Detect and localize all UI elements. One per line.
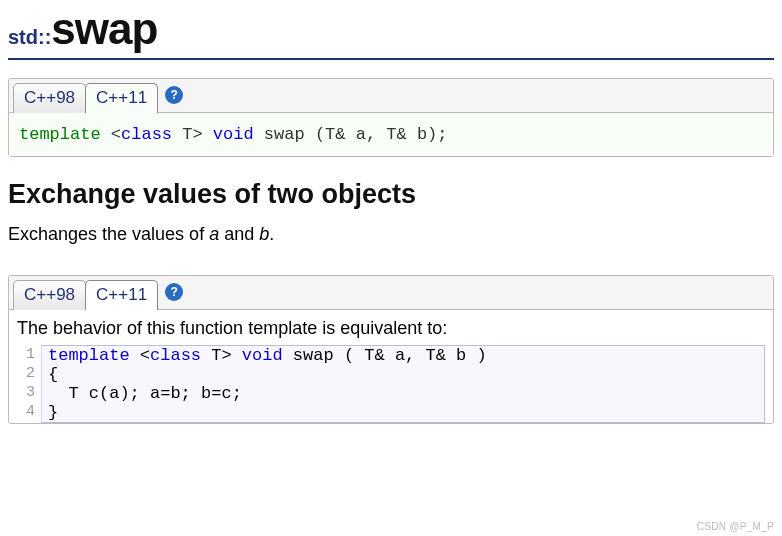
code-token: void (213, 125, 254, 144)
description-paragraph: Exchanges the values of a and b. (8, 224, 774, 245)
desc-a: a (209, 224, 219, 244)
tab-cpp11[interactable]: C++11 (85, 83, 158, 113)
desc-prefix: Exchanges the values of (8, 224, 209, 244)
code-token: swap ( T& a, T& b ) (283, 346, 487, 365)
behavior-body: The behavior of this function template i… (9, 310, 773, 423)
code-text: template <class T> void swap ( T& a, T& … (42, 346, 493, 365)
line-number: 1 (18, 346, 42, 365)
code-line: 4} (42, 403, 764, 422)
code-token: { (48, 365, 58, 384)
code-line: 1template <class T> void swap ( T& a, T&… (42, 346, 764, 365)
equivalent-code-block: 1template <class T> void swap ( T& a, T&… (41, 345, 765, 423)
desc-suffix: . (269, 224, 274, 244)
title-name: swap (51, 4, 157, 53)
code-token: class (150, 346, 201, 365)
code-token: class (121, 125, 172, 144)
tab-cpp98[interactable]: C++98 (13, 83, 86, 113)
line-number: 2 (18, 365, 42, 384)
declaration-block: C++98 C++11 ? template <class T> void sw… (8, 78, 774, 157)
code-token: < (101, 125, 121, 144)
behavior-intro: The behavior of this function template i… (17, 318, 765, 339)
tab-cpp98[interactable]: C++98 (13, 280, 86, 310)
code-token: void (242, 346, 283, 365)
behavior-block: C++98 C++11 ? The behavior of this funct… (8, 275, 774, 424)
code-text: } (42, 403, 64, 422)
section-heading: Exchange values of two objects (8, 179, 774, 210)
code-token: swap (T& a, T& b); (254, 125, 448, 144)
help-icon[interactable]: ? (165, 86, 183, 104)
code-token: } (48, 403, 58, 422)
tab-cpp11[interactable]: C++11 (85, 280, 158, 310)
code-line: 2{ (42, 365, 764, 384)
code-token: T c(a); a=b; b=c; (48, 384, 242, 403)
code-line: 3 T c(a); a=b; b=c; (42, 384, 764, 403)
code-token: template (48, 346, 130, 365)
code-token: < (130, 346, 150, 365)
desc-mid: and (219, 224, 259, 244)
declaration-code: template <class T> void swap (T& a, T& b… (9, 113, 773, 156)
page-title-row: std::swap (8, 4, 774, 60)
tab-strip: C++98 C++11 ? (9, 276, 773, 310)
code-token: T> (201, 346, 242, 365)
tab-strip: C++98 C++11 ? (9, 79, 773, 113)
code-text: T c(a); a=b; b=c; (42, 384, 248, 403)
desc-b: b (259, 224, 269, 244)
code-text: { (42, 365, 64, 384)
title-namespace: std:: (8, 26, 51, 48)
help-icon[interactable]: ? (165, 283, 183, 301)
line-number: 4 (18, 403, 42, 422)
code-token: template (19, 125, 101, 144)
code-token: T> (172, 125, 213, 144)
line-number: 3 (18, 384, 42, 403)
